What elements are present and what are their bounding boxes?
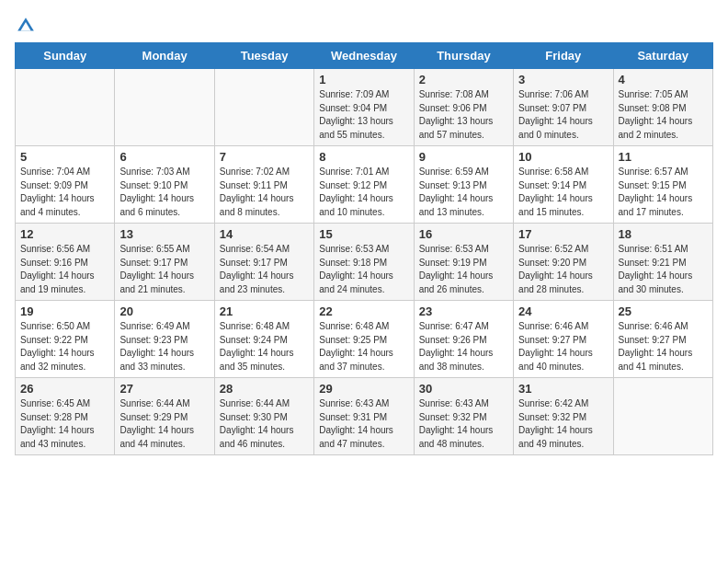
calendar-cell: 15Sunrise: 6:53 AMSunset: 9:18 PMDayligh…	[314, 224, 414, 301]
day-number: 25	[619, 304, 708, 318]
day-number: 14	[220, 227, 309, 241]
day-info: Sunrise: 6:47 AMSunset: 9:26 PMDaylight:…	[419, 320, 508, 373]
calendar-cell: 2Sunrise: 7:08 AMSunset: 9:06 PMDaylight…	[414, 69, 513, 146]
calendar-cell: 11Sunrise: 6:57 AMSunset: 9:15 PMDayligh…	[613, 146, 712, 224]
calendar-cell: 25Sunrise: 6:46 AMSunset: 9:27 PMDayligh…	[613, 301, 712, 378]
day-info: Sunrise: 7:04 AMSunset: 9:09 PMDaylight:…	[20, 166, 109, 219]
day-number: 8	[319, 150, 408, 164]
day-number: 11	[619, 150, 708, 164]
day-number: 6	[119, 150, 209, 164]
day-info: Sunrise: 6:44 AMSunset: 9:30 PMDaylight:…	[220, 397, 309, 451]
calendar-cell	[115, 69, 214, 146]
calendar-cell: 1Sunrise: 7:09 AMSunset: 9:04 PMDaylight…	[314, 69, 414, 146]
day-number: 24	[518, 304, 608, 318]
calendar-cell: 5Sunrise: 7:04 AMSunset: 9:09 PMDaylight…	[16, 146, 115, 224]
day-info: Sunrise: 6:43 AMSunset: 9:31 PMDaylight:…	[319, 397, 408, 451]
calendar-cell: 31Sunrise: 6:42 AMSunset: 9:32 PMDayligh…	[514, 378, 613, 455]
day-info: Sunrise: 6:59 AMSunset: 9:13 PMDaylight:…	[419, 166, 508, 219]
day-info: Sunrise: 6:48 AMSunset: 9:24 PMDaylight:…	[220, 320, 309, 373]
day-info: Sunrise: 7:03 AMSunset: 9:10 PMDaylight:…	[119, 166, 209, 219]
day-number: 4	[619, 73, 708, 86]
day-number: 5	[20, 150, 109, 164]
day-info: Sunrise: 7:02 AMSunset: 9:11 PMDaylight:…	[220, 166, 309, 219]
day-number: 20	[119, 304, 209, 318]
day-info: Sunrise: 6:55 AMSunset: 9:17 PMDaylight:…	[119, 243, 209, 296]
calendar-cell: 9Sunrise: 6:59 AMSunset: 9:13 PMDaylight…	[414, 146, 513, 224]
day-number: 17	[518, 227, 608, 241]
day-number: 7	[220, 150, 309, 164]
day-info: Sunrise: 7:08 AMSunset: 9:06 PMDaylight:…	[419, 88, 508, 142]
day-number: 22	[319, 304, 408, 318]
day-info: Sunrise: 7:01 AMSunset: 9:12 PMDaylight:…	[319, 166, 408, 219]
day-header-tuesday: Tuesday	[214, 43, 313, 69]
day-info: Sunrise: 6:42 AMSunset: 9:32 PMDaylight:…	[518, 397, 608, 451]
day-info: Sunrise: 6:53 AMSunset: 9:19 PMDaylight:…	[419, 243, 508, 296]
calendar-cell: 26Sunrise: 6:45 AMSunset: 9:28 PMDayligh…	[16, 378, 115, 455]
day-header-saturday: Saturday	[613, 43, 712, 69]
day-number: 26	[20, 382, 109, 396]
day-info: Sunrise: 6:50 AMSunset: 9:22 PMDaylight:…	[20, 320, 109, 373]
calendar-cell: 27Sunrise: 6:44 AMSunset: 9:29 PMDayligh…	[115, 378, 214, 455]
calendar-table: SundayMondayTuesdayWednesdayThursdayFrid…	[15, 42, 713, 455]
calendar-week-row: 1Sunrise: 7:09 AMSunset: 9:04 PMDaylight…	[16, 69, 713, 146]
day-info: Sunrise: 7:06 AMSunset: 9:07 PMDaylight:…	[518, 88, 608, 142]
calendar-cell: 13Sunrise: 6:55 AMSunset: 9:17 PMDayligh…	[115, 224, 214, 301]
day-number: 30	[419, 382, 508, 396]
day-info: Sunrise: 6:53 AMSunset: 9:18 PMDaylight:…	[319, 243, 408, 296]
day-header-thursday: Thursday	[414, 43, 513, 69]
calendar-cell: 12Sunrise: 6:56 AMSunset: 9:16 PMDayligh…	[16, 224, 115, 301]
day-number: 1	[319, 73, 408, 86]
day-number: 27	[119, 382, 209, 396]
calendar-week-row: 12Sunrise: 6:56 AMSunset: 9:16 PMDayligh…	[16, 224, 713, 301]
day-number: 13	[119, 227, 209, 241]
day-header-monday: Monday	[115, 43, 214, 69]
calendar-cell: 18Sunrise: 6:51 AMSunset: 9:21 PMDayligh…	[613, 224, 712, 301]
day-number: 29	[319, 382, 408, 396]
calendar-cell: 24Sunrise: 6:46 AMSunset: 9:27 PMDayligh…	[514, 301, 613, 378]
calendar-cell: 6Sunrise: 7:03 AMSunset: 9:10 PMDaylight…	[115, 146, 214, 224]
day-number: 15	[319, 227, 408, 241]
calendar-cell: 19Sunrise: 6:50 AMSunset: 9:22 PMDayligh…	[16, 301, 115, 378]
calendar-week-row: 5Sunrise: 7:04 AMSunset: 9:09 PMDaylight…	[16, 146, 713, 224]
calendar-week-row: 19Sunrise: 6:50 AMSunset: 9:22 PMDayligh…	[16, 301, 713, 378]
calendar-header-row: SundayMondayTuesdayWednesdayThursdayFrid…	[16, 43, 713, 69]
day-number: 28	[220, 382, 309, 396]
calendar-cell: 7Sunrise: 7:02 AMSunset: 9:11 PMDaylight…	[214, 146, 313, 224]
day-number: 21	[220, 304, 309, 318]
calendar-cell: 23Sunrise: 6:47 AMSunset: 9:26 PMDayligh…	[414, 301, 513, 378]
day-number: 10	[518, 150, 608, 164]
day-info: Sunrise: 6:44 AMSunset: 9:29 PMDaylight:…	[119, 397, 209, 451]
calendar-cell: 4Sunrise: 7:05 AMSunset: 9:08 PMDaylight…	[613, 69, 712, 146]
day-info: Sunrise: 6:45 AMSunset: 9:28 PMDaylight:…	[20, 397, 109, 451]
logo-icon	[15, 15, 37, 37]
day-info: Sunrise: 6:46 AMSunset: 9:27 PMDaylight:…	[619, 320, 708, 373]
day-number: 23	[419, 304, 508, 318]
day-info: Sunrise: 6:49 AMSunset: 9:23 PMDaylight:…	[119, 320, 209, 373]
day-number: 12	[20, 227, 109, 241]
day-info: Sunrise: 7:05 AMSunset: 9:08 PMDaylight:…	[619, 88, 708, 142]
day-header-sunday: Sunday	[16, 43, 115, 69]
day-header-friday: Friday	[514, 43, 613, 69]
calendar-cell: 30Sunrise: 6:43 AMSunset: 9:32 PMDayligh…	[414, 378, 513, 455]
calendar-week-row: 26Sunrise: 6:45 AMSunset: 9:28 PMDayligh…	[16, 378, 713, 455]
calendar-cell: 14Sunrise: 6:54 AMSunset: 9:17 PMDayligh…	[214, 224, 313, 301]
day-number: 31	[518, 382, 608, 396]
day-info: Sunrise: 6:48 AMSunset: 9:25 PMDaylight:…	[319, 320, 408, 373]
page-header	[15, 15, 713, 37]
calendar-cell: 10Sunrise: 6:58 AMSunset: 9:14 PMDayligh…	[514, 146, 613, 224]
calendar-cell: 3Sunrise: 7:06 AMSunset: 9:07 PMDaylight…	[514, 69, 613, 146]
day-info: Sunrise: 6:57 AMSunset: 9:15 PMDaylight:…	[619, 166, 708, 219]
day-info: Sunrise: 7:09 AMSunset: 9:04 PMDaylight:…	[319, 88, 408, 142]
day-number: 19	[20, 304, 109, 318]
day-info: Sunrise: 6:51 AMSunset: 9:21 PMDaylight:…	[619, 243, 708, 296]
calendar-cell: 17Sunrise: 6:52 AMSunset: 9:20 PMDayligh…	[514, 224, 613, 301]
day-info: Sunrise: 6:54 AMSunset: 9:17 PMDaylight:…	[220, 243, 309, 296]
day-number: 9	[419, 150, 508, 164]
day-number: 18	[619, 227, 708, 241]
day-info: Sunrise: 6:58 AMSunset: 9:14 PMDaylight:…	[518, 166, 608, 219]
calendar-cell	[214, 69, 313, 146]
day-info: Sunrise: 6:52 AMSunset: 9:20 PMDaylight:…	[518, 243, 608, 296]
calendar-cell: 29Sunrise: 6:43 AMSunset: 9:31 PMDayligh…	[314, 378, 414, 455]
calendar-cell: 8Sunrise: 7:01 AMSunset: 9:12 PMDaylight…	[314, 146, 414, 224]
calendar-cell: 22Sunrise: 6:48 AMSunset: 9:25 PMDayligh…	[314, 301, 414, 378]
